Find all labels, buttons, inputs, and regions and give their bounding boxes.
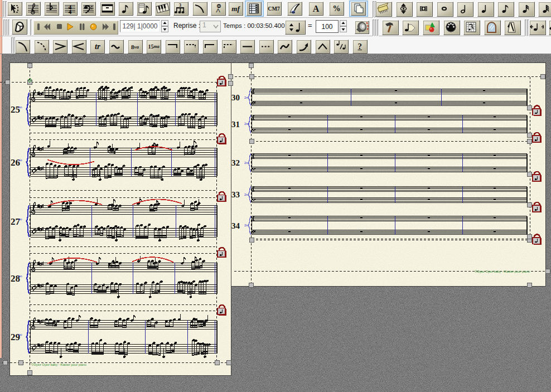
svg-text:31: 31	[231, 120, 240, 129]
svg-text:2m: 2m	[244, 193, 249, 196]
svg-text:2m: 2m	[244, 224, 249, 227]
svg-text:©Oyez Oyez baby - Klavier pour: ©Oyez Oyez baby - Klavier pour piano	[475, 270, 530, 273]
svg-text:32: 32	[231, 158, 240, 167]
svg-text:©Oyez Oyez baby - Klavier pour: ©Oyez Oyez baby - Klavier pour piano	[31, 363, 86, 366]
svg-text:oo: oo	[18, 158, 22, 162]
svg-text:oo: oo	[18, 333, 22, 336]
svg-text:4: 4	[69, 8, 72, 15]
svg-text:oo: oo	[18, 274, 22, 278]
svg-text:30: 30	[231, 93, 240, 102]
svg-text:2m: 2m	[244, 161, 249, 164]
svg-text:oo: oo	[18, 217, 22, 221]
svg-text:oo: oo	[18, 105, 22, 109]
svg-text:34: 34	[231, 221, 240, 230]
svg-text:33: 33	[231, 190, 240, 199]
svg-text:2m: 2m	[244, 122, 249, 125]
svg-text:3: 3	[179, 3, 181, 8]
svg-text:2m: 2m	[244, 96, 249, 99]
svg-text:>o: >o	[214, 4, 223, 13]
